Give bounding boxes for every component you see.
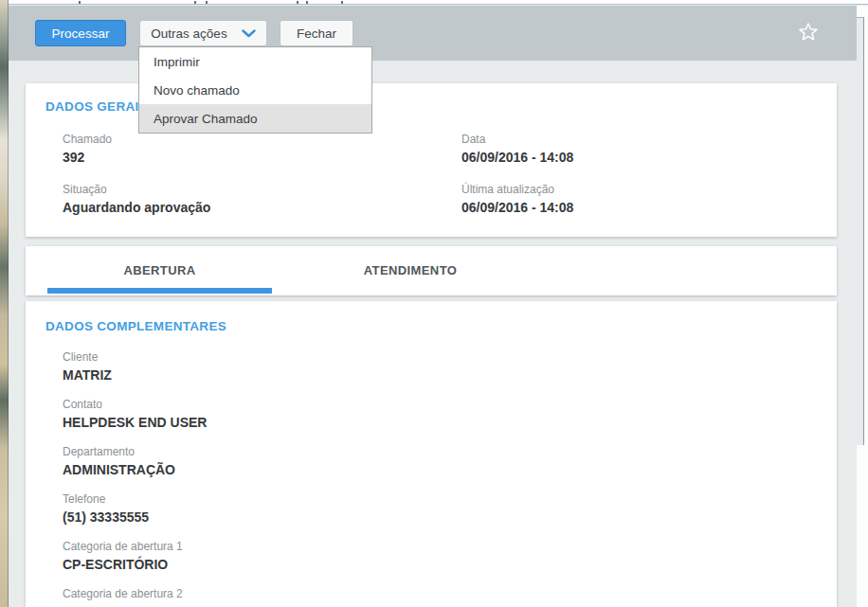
outras-acoes-label: Outras ações xyxy=(151,27,226,41)
processar-button-label: Processar xyxy=(52,27,110,41)
active-tab-indicator xyxy=(47,288,272,294)
field-value: MATRIZ xyxy=(63,367,207,383)
chevron-down-icon xyxy=(242,29,256,38)
field-telefone: Telefone (51) 33335555 xyxy=(63,492,207,525)
fechar-button-label: Fechar xyxy=(297,27,336,41)
menu-item-novo-chamado[interactable]: Novo chamado xyxy=(139,76,371,104)
field-label: Categoria de abertura 2 xyxy=(63,587,207,600)
clipped-text-fragment xyxy=(297,1,298,4)
desktop-wallpaper-sliver xyxy=(0,0,9,607)
field-label: Última atualização xyxy=(461,183,573,196)
field-categoria-abertura-2: Categoria de abertura 2 xyxy=(63,587,207,600)
field-value: HELPDESK END USER xyxy=(63,415,207,430)
field-value: (51) 33335555 xyxy=(63,509,207,525)
tab-atendimento[interactable]: ATENDIMENTO xyxy=(272,246,549,294)
field-value: ADMINISTRAÇÃO xyxy=(63,462,207,477)
field-cliente: Cliente MATRIZ xyxy=(63,350,207,383)
field-value: Aguardando aprovação xyxy=(63,200,461,215)
outras-acoes-menu: Imprimir Novo chamado Aprovar Chamado xyxy=(138,46,372,134)
field-value: 392 xyxy=(63,150,461,165)
dados-gerais-fields: Chamado 392 Situação Aguardando aprovaçã… xyxy=(63,133,573,233)
vertical-scrollbar-thumb[interactable] xyxy=(857,17,864,445)
field-categoria-abertura-1: Categoria de abertura 1 CP-ESCRITÓRIO xyxy=(63,540,207,572)
clipped-page-above xyxy=(9,0,868,5)
field-label: Chamado xyxy=(63,133,461,146)
field-label: Data xyxy=(461,133,573,146)
field-ultima-atualizacao: Última atualização 06/09/2016 - 14:08 xyxy=(461,183,573,215)
clipped-text-fragment xyxy=(306,1,308,4)
dados-complementares-title: DADOS COMPLEMENTARES xyxy=(45,319,226,333)
field-value: CP-ESCRITÓRIO xyxy=(63,557,207,572)
dados-complementares-card: DADOS COMPLEMENTARES Cliente MATRIZ Cont… xyxy=(26,301,837,607)
field-value: 06/09/2016 - 14:08 xyxy=(461,200,573,215)
field-label: Situação xyxy=(63,183,461,196)
field-label: Telefone xyxy=(63,492,207,506)
field-situacao: Situação Aguardando aprovação xyxy=(63,183,461,215)
field-departamento: Departamento ADMINISTRAÇÃO xyxy=(63,445,207,477)
field-value: 06/09/2016 - 14:08 xyxy=(461,150,573,165)
field-label: Cliente xyxy=(63,350,207,364)
processar-button[interactable]: Processar xyxy=(35,20,126,46)
field-data: Data 06/09/2016 - 14:08 xyxy=(461,133,573,165)
clipped-text-fragment xyxy=(341,1,343,4)
field-label: Categoria de abertura 1 xyxy=(63,540,207,553)
clipped-text-fragment xyxy=(194,1,196,4)
field-label: Contato xyxy=(63,398,207,411)
menu-item-aprovar-chamado[interactable]: Aprovar Chamado xyxy=(139,104,371,133)
field-chamado: Chamado 392 xyxy=(63,133,461,165)
dados-gerais-title: DADOS GERAIS xyxy=(45,99,148,114)
field-label: Departamento xyxy=(63,445,207,458)
fechar-button[interactable]: Fechar xyxy=(280,20,353,46)
favorite-star-icon[interactable] xyxy=(798,22,819,42)
outras-acoes-dropdown-button[interactable]: Outras ações xyxy=(139,20,267,46)
tab-bar-card: ABERTURA ATENDIMENTO xyxy=(26,246,837,295)
menu-item-imprimir[interactable]: Imprimir xyxy=(139,47,371,76)
action-toolbar: Processar Outras ações Fechar xyxy=(9,6,857,61)
dados-complementares-fields: Cliente MATRIZ Contato HELPDESK END USER… xyxy=(63,350,207,607)
clipped-text-fragment xyxy=(206,1,208,4)
clipped-text-fragment xyxy=(79,1,81,4)
field-contato: Contato HELPDESK END USER xyxy=(63,398,207,430)
tab-abertura[interactable]: ABERTURA xyxy=(47,246,272,294)
